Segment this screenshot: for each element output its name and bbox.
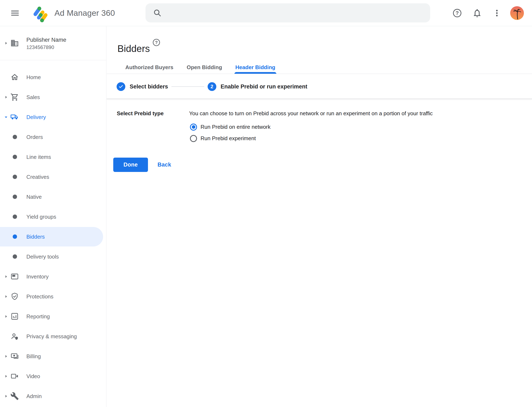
publisher-account-id: 1234567890 <box>26 44 54 50</box>
back-button[interactable]: Back <box>155 159 174 171</box>
stepper: Select bidders2Enable Prebid or run expe… <box>117 82 307 91</box>
arrow-right-icon <box>3 353 9 360</box>
sidebar-item-yield-groups[interactable]: Yield groups <box>0 207 106 227</box>
privacy-icon <box>10 332 19 341</box>
sidebar-item-protections[interactable]: Protections <box>0 287 106 306</box>
sidebar-divider <box>0 60 106 60</box>
help-icon: ? <box>152 38 161 47</box>
arrow-right-icon <box>3 393 9 399</box>
sidebar-item-label: Bidders <box>26 227 45 247</box>
search-bar[interactable] <box>145 3 430 23</box>
app-window: Ad Manager 360 ? <box>0 0 532 407</box>
sidebar: Publisher Name 1234567890 HomeSalesDeliv… <box>0 26 106 407</box>
top-app-bar: Ad Manager 360 ? <box>0 0 532 26</box>
sidebar-item-label: Privacy & messaging <box>26 326 77 346</box>
radio-option-label: Run Prebid on entire network <box>201 124 271 130</box>
sidebar-item-label: Sales <box>26 87 40 107</box>
help-icon: ? <box>452 8 462 18</box>
search-icon <box>153 8 162 18</box>
arrow-right-icon <box>3 313 9 320</box>
radio-unselected-icon[interactable] <box>190 135 197 142</box>
step-connector <box>171 86 204 87</box>
ad-manager-logo-icon <box>31 4 50 23</box>
tab-bar-divider <box>107 74 532 74</box>
cart-icon <box>10 93 19 101</box>
sidebar-item-video[interactable]: Video <box>0 366 106 386</box>
sidebar-item-delivery-tools[interactable]: Delivery tools <box>0 247 106 267</box>
help-button[interactable]: ? <box>452 8 462 18</box>
sidebar-item-sales[interactable]: Sales <box>0 87 106 107</box>
bullet-icon <box>13 195 17 199</box>
sidebar-item-label: Video <box>26 366 40 386</box>
notifications-button[interactable] <box>472 8 482 18</box>
building-icon <box>10 39 19 47</box>
sidebar-item-inventory[interactable]: Inventory <box>0 267 106 287</box>
step-number: 2 <box>208 82 216 91</box>
tab-label: Header Bidding <box>235 64 275 70</box>
avatar[interactable] <box>510 6 524 20</box>
radio-selected-icon[interactable] <box>190 124 197 131</box>
sidebar-item-reporting[interactable]: Reporting <box>0 306 106 326</box>
prebid-options: Run Prebid on entire networkRun Prebid e… <box>190 121 377 144</box>
tab-bar: Authorized BuyersOpen BiddingHeader Bidd… <box>119 61 282 74</box>
search-input[interactable] <box>168 9 424 17</box>
sidebar-item-creatives[interactable]: Creatives <box>0 167 106 187</box>
radio-option-run-prebid-experiment[interactable]: Run Prebid experiment <box>190 133 377 144</box>
sidebar-item-billing[interactable]: Billing <box>0 346 106 366</box>
sidebar-item-home[interactable]: Home <box>0 67 106 87</box>
sidebar-item-bidders[interactable]: Bidders <box>0 227 106 247</box>
bullet-icon <box>13 155 17 159</box>
prebid-type-description: You can choose to turn on Prebid across … <box>189 110 433 117</box>
page-title: Bidders <box>117 43 150 55</box>
svg-text:?: ? <box>456 10 459 16</box>
sidebar-item-label: Billing <box>26 346 41 366</box>
publisher-selector[interactable]: Publisher Name 1234567890 <box>0 26 106 60</box>
sidebar-item-label: Orders <box>26 127 43 147</box>
more-vert-icon <box>492 8 502 18</box>
shield-check-icon <box>10 292 19 301</box>
prebid-type-label: Select Prebid type <box>117 110 163 117</box>
sidebar-item-admin[interactable]: Admin <box>0 386 106 406</box>
inventory-icon <box>10 272 19 281</box>
menu-icon <box>10 8 20 18</box>
bullet-icon <box>13 135 17 139</box>
tab-label: Open Bidding <box>187 64 222 70</box>
sidebar-nav: HomeSalesDeliveryOrdersLine itemsCreativ… <box>0 67 106 406</box>
radio-option-run-prebid-on-entire-network[interactable]: Run Prebid on entire network <box>190 121 377 133</box>
payments-icon <box>10 352 19 360</box>
step-2-enable-prebid-or-run-experiment[interactable]: 2Enable Prebid or run experiment <box>208 82 307 91</box>
sidebar-item-label: Admin <box>26 386 42 406</box>
arrow-right-icon <box>3 373 9 379</box>
bullet-icon <box>13 214 17 219</box>
wrench-icon <box>10 392 19 400</box>
main-content: Bidders ? Authorized BuyersOpen BiddingH… <box>107 26 532 407</box>
sidebar-item-label: Native <box>26 187 42 207</box>
done-button[interactable]: Done <box>113 158 148 172</box>
sidebar-item-privacy-messaging[interactable]: Privacy & messaging <box>0 326 106 346</box>
sidebar-item-label: Reporting <box>26 306 50 326</box>
step-completed-check-icon <box>117 82 125 91</box>
page-title-help-button[interactable]: ? <box>152 38 161 47</box>
sidebar-item-label: Inventory <box>26 267 49 287</box>
sidebar-item-line-items[interactable]: Line items <box>0 147 106 167</box>
sidebar-item-label: Protections <box>26 287 53 306</box>
content-divider <box>107 99 532 99</box>
radio-option-label: Run Prebid experiment <box>201 135 256 142</box>
bullet-icon <box>13 175 17 179</box>
tab-open-bidding[interactable]: Open Bidding <box>180 61 229 74</box>
arrow-right-icon <box>3 293 9 300</box>
sidebar-item-label: Yield groups <box>26 207 56 227</box>
step-1-select-bidders[interactable]: Select bidders <box>117 82 168 91</box>
tab-header-bidding[interactable]: Header Bidding <box>229 61 282 74</box>
sidebar-item-orders[interactable]: Orders <box>0 127 106 147</box>
bullet-icon <box>13 254 17 259</box>
notifications-icon <box>472 8 482 18</box>
publisher-name: Publisher Name <box>26 36 66 43</box>
bar-chart-icon <box>10 312 19 321</box>
sidebar-item-label: Delivery tools <box>26 247 59 267</box>
menu-button[interactable] <box>10 8 20 18</box>
sidebar-item-native[interactable]: Native <box>0 187 106 207</box>
tab-authorized-buyers[interactable]: Authorized Buyers <box>119 61 180 74</box>
more-options-button[interactable] <box>492 8 502 18</box>
sidebar-item-delivery[interactable]: Delivery <box>0 107 106 127</box>
